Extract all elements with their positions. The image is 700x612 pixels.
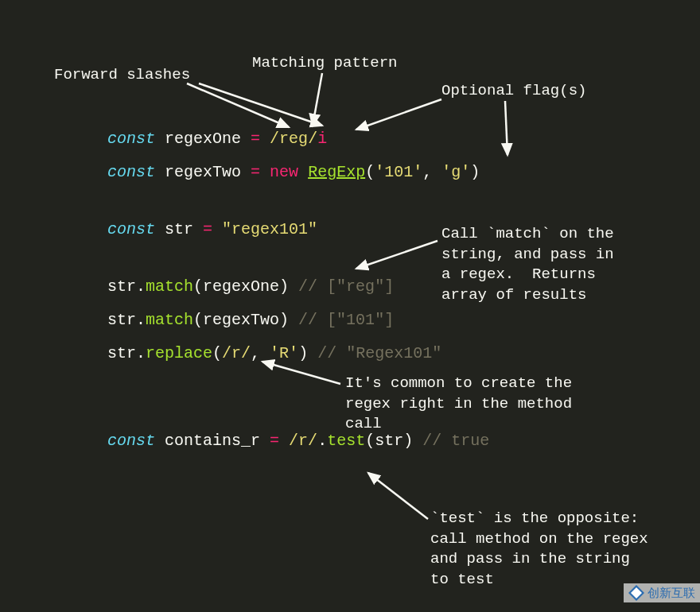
code-line-5: str.match(regexTwo) // ["101"]: [107, 308, 489, 332]
code-line-7: const contains_r = /r/.test(str) // true: [107, 429, 489, 453]
code-line-1: const regexOne = /reg/i: [107, 127, 489, 151]
code-block: const regexOne = /reg/i const regexTwo =…: [107, 127, 489, 463]
svg-line-1: [187, 83, 289, 127]
watermark: 创新互联: [624, 583, 700, 602]
code-line-2: const regexTwo = new RegExp('101', 'g'): [107, 161, 489, 184]
svg-line-3: [313, 73, 322, 126]
annotation-matching-pattern: Matching pattern: [252, 53, 397, 74]
svg-line-5: [505, 101, 508, 155]
annotation-test-opposite: `test` is the opposite: call method on t…: [430, 509, 657, 591]
watermark-icon: [628, 585, 644, 601]
annotation-forward-slashes: Forward slashes: [54, 65, 190, 86]
code-line-6: str.replace(/r/, 'R') // "Regex101": [107, 342, 489, 366]
svg-line-2: [199, 83, 322, 126]
svg-line-4: [356, 99, 441, 130]
annotation-optional-flags: Optional flag(s): [441, 81, 586, 102]
watermark-text: 创新互联: [648, 586, 695, 601]
svg-line-8: [368, 473, 428, 519]
code-line-3: const str = "regex101": [107, 218, 489, 242]
code-line-4: str.match(regexOne) // ["reg"]: [107, 275, 489, 299]
